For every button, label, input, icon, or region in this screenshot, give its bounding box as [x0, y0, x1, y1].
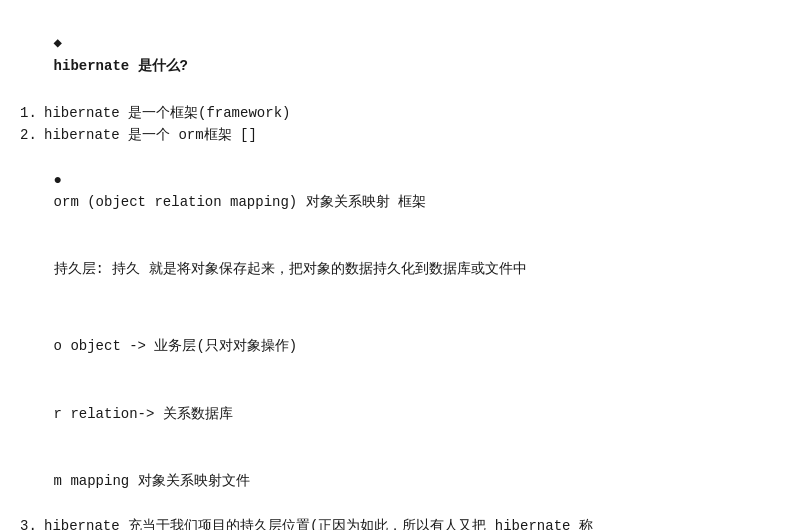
heading-text: hibernate 是什么? — [54, 58, 188, 74]
item-2: 2. hibernate 是一个 orm框架 [] — [20, 124, 778, 146]
item-1: 1. hibernate 是一个框架(framework) — [20, 102, 778, 124]
item-2-text: hibernate 是一个 orm框架 [] — [44, 124, 257, 146]
item-3: 3. hibernate 充当于我们项目的持久层位置(正因为如此，所以有人又把 … — [20, 515, 778, 530]
m-mapping-text: m mapping 对象关系映射文件 — [54, 473, 250, 489]
item-1-text: hibernate 是一个框架(framework) — [44, 102, 290, 124]
persistence-content: 持久层: 持久 就是将对象保存起来，把对象的数据持久化到数据库或文件中 — [54, 261, 527, 277]
o-object-text: o object -> 业务层(只对对象操作) — [54, 338, 298, 354]
bullet-orm-text: orm (object relation mapping) 对象关系映射 框架 — [54, 194, 426, 210]
num-3: 3. — [20, 515, 44, 530]
o-object-line: o object -> 业务层(只对对象操作) — [20, 313, 778, 380]
heading-line: ◆ hibernate 是什么? — [20, 10, 778, 100]
num-2: 2. — [20, 124, 44, 146]
main-content: ◆ hibernate 是什么? 1. hibernate 是一个框架(fram… — [20, 10, 778, 530]
r-relation-text: r relation-> 关系数据库 — [54, 406, 233, 422]
bullet-icon-1: ● — [54, 172, 62, 188]
diamond-icon: ◆ — [54, 35, 62, 51]
bullet-orm: ● orm (object relation mapping) 对象关系映射 框… — [20, 146, 778, 236]
num-1: 1. — [20, 102, 44, 124]
persistence-text: 持久层: 持久 就是将对象保存起来，把对象的数据持久化到数据库或文件中 — [20, 236, 778, 303]
item-3-text: hibernate 充当于我们项目的持久层位置(正因为如此，所以有人又把 hib… — [44, 515, 593, 530]
blank-1 — [20, 303, 778, 313]
r-relation-line: r relation-> 关系数据库 — [20, 380, 778, 447]
m-mapping-line: m mapping 对象关系映射文件 — [20, 447, 778, 514]
